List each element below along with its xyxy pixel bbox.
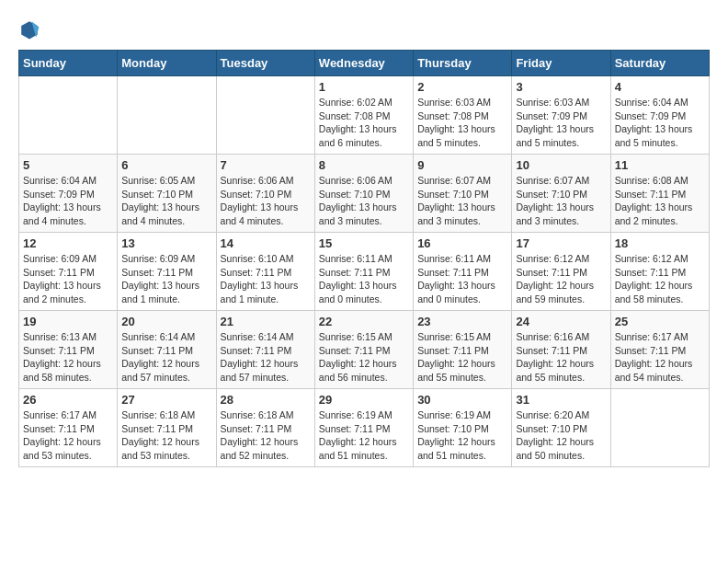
day-info: Sunrise: 6:18 AM Sunset: 7:11 PM Dayligh… — [121, 408, 211, 463]
calendar-cell: 27Sunrise: 6:18 AM Sunset: 7:11 PM Dayli… — [118, 389, 216, 467]
day-number: 9 — [417, 158, 507, 172]
day-header-saturday: Saturday — [610, 51, 709, 76]
day-info: Sunrise: 6:07 AM Sunset: 7:10 PM Dayligh… — [516, 174, 606, 228]
day-header-sunday: Sunday — [19, 51, 118, 76]
calendar-cell: 19Sunrise: 6:13 AM Sunset: 7:11 PM Dayli… — [19, 311, 118, 389]
calendar-cell — [610, 389, 709, 467]
calendar-cell: 2Sunrise: 6:03 AM Sunset: 7:08 PM Daylig… — [414, 76, 512, 155]
calendar-cell: 26Sunrise: 6:17 AM Sunset: 7:11 PM Dayli… — [19, 389, 118, 467]
day-number: 19 — [23, 315, 113, 328]
day-info: Sunrise: 6:03 AM Sunset: 7:08 PM Dayligh… — [417, 96, 507, 150]
day-number: 29 — [319, 393, 409, 407]
calendar-cell: 3Sunrise: 6:03 AM Sunset: 7:09 PM Daylig… — [512, 76, 610, 155]
calendar-cell: 22Sunrise: 6:15 AM Sunset: 7:11 PM Dayli… — [314, 311, 413, 389]
day-info: Sunrise: 6:19 AM Sunset: 7:10 PM Dayligh… — [417, 408, 507, 463]
calendar-cell: 29Sunrise: 6:19 AM Sunset: 7:11 PM Dayli… — [314, 389, 413, 467]
day-number: 13 — [121, 236, 211, 250]
day-info: Sunrise: 6:08 AM Sunset: 7:11 PM Dayligh… — [615, 174, 705, 228]
calendar-cell: 23Sunrise: 6:15 AM Sunset: 7:11 PM Dayli… — [414, 311, 512, 389]
calendar-cell — [118, 76, 216, 155]
day-info: Sunrise: 6:17 AM Sunset: 7:11 PM Dayligh… — [23, 408, 113, 463]
day-info: Sunrise: 6:09 AM Sunset: 7:11 PM Dayligh… — [23, 252, 113, 306]
week-row-0: 1Sunrise: 6:02 AM Sunset: 7:08 PM Daylig… — [19, 76, 710, 155]
calendar-cell: 6Sunrise: 6:05 AM Sunset: 7:10 PM Daylig… — [118, 155, 216, 233]
day-info: Sunrise: 6:02 AM Sunset: 7:08 PM Dayligh… — [319, 96, 409, 150]
logo — [18, 18, 44, 40]
day-number: 4 — [615, 80, 705, 94]
calendar-cell: 1Sunrise: 6:02 AM Sunset: 7:08 PM Daylig… — [314, 76, 413, 155]
day-info: Sunrise: 6:14 AM Sunset: 7:11 PM Dayligh… — [121, 330, 211, 385]
calendar-cell: 28Sunrise: 6:18 AM Sunset: 7:11 PM Dayli… — [216, 389, 314, 467]
calendar-cell: 16Sunrise: 6:11 AM Sunset: 7:11 PM Dayli… — [414, 233, 512, 311]
day-info: Sunrise: 6:20 AM Sunset: 7:10 PM Dayligh… — [516, 408, 606, 463]
calendar-cell: 18Sunrise: 6:12 AM Sunset: 7:11 PM Dayli… — [610, 233, 709, 311]
day-info: Sunrise: 6:04 AM Sunset: 7:09 PM Dayligh… — [615, 96, 705, 150]
logo-icon — [18, 18, 40, 40]
day-number: 21 — [221, 315, 311, 328]
week-row-4: 26Sunrise: 6:17 AM Sunset: 7:11 PM Dayli… — [19, 389, 710, 467]
day-number: 28 — [221, 393, 311, 407]
day-number: 14 — [221, 236, 311, 250]
day-info: Sunrise: 6:13 AM Sunset: 7:11 PM Dayligh… — [23, 330, 113, 385]
week-row-2: 12Sunrise: 6:09 AM Sunset: 7:11 PM Dayli… — [19, 233, 710, 311]
calendar-cell: 15Sunrise: 6:11 AM Sunset: 7:11 PM Dayli… — [314, 233, 413, 311]
day-info: Sunrise: 6:10 AM Sunset: 7:11 PM Dayligh… — [221, 252, 311, 306]
day-number: 11 — [615, 158, 705, 172]
calendar-cell: 5Sunrise: 6:04 AM Sunset: 7:09 PM Daylig… — [19, 155, 118, 233]
day-info: Sunrise: 6:15 AM Sunset: 7:11 PM Dayligh… — [319, 330, 409, 385]
day-headers-row: SundayMondayTuesdayWednesdayThursdayFrid… — [19, 51, 710, 76]
day-info: Sunrise: 6:06 AM Sunset: 7:10 PM Dayligh… — [319, 174, 409, 228]
calendar-cell — [19, 76, 118, 155]
calendar-cell: 14Sunrise: 6:10 AM Sunset: 7:11 PM Dayli… — [216, 233, 314, 311]
day-info: Sunrise: 6:17 AM Sunset: 7:11 PM Dayligh… — [615, 330, 705, 385]
day-number: 2 — [417, 80, 507, 94]
day-number: 17 — [516, 236, 606, 250]
day-number: 18 — [615, 236, 705, 250]
calendar-cell: 25Sunrise: 6:17 AM Sunset: 7:11 PM Dayli… — [610, 311, 709, 389]
day-number: 10 — [516, 158, 606, 172]
calendar-cell: 8Sunrise: 6:06 AM Sunset: 7:10 PM Daylig… — [314, 155, 413, 233]
day-info: Sunrise: 6:12 AM Sunset: 7:11 PM Dayligh… — [615, 252, 705, 306]
day-number: 24 — [516, 315, 606, 328]
day-number: 20 — [121, 315, 211, 328]
day-number: 8 — [319, 158, 409, 172]
day-header-thursday: Thursday — [414, 51, 512, 76]
day-info: Sunrise: 6:09 AM Sunset: 7:11 PM Dayligh… — [121, 252, 211, 306]
day-info: Sunrise: 6:04 AM Sunset: 7:09 PM Dayligh… — [23, 174, 113, 228]
day-header-friday: Friday — [512, 51, 610, 76]
day-number: 3 — [516, 80, 606, 94]
day-info: Sunrise: 6:05 AM Sunset: 7:10 PM Dayligh… — [121, 174, 211, 228]
calendar-table: SundayMondayTuesdayWednesdayThursdayFrid… — [18, 50, 710, 467]
day-info: Sunrise: 6:16 AM Sunset: 7:11 PM Dayligh… — [516, 330, 606, 385]
header — [18, 18, 710, 40]
day-header-monday: Monday — [118, 51, 216, 76]
day-number: 5 — [23, 158, 113, 172]
calendar-cell: 20Sunrise: 6:14 AM Sunset: 7:11 PM Dayli… — [118, 311, 216, 389]
calendar-cell: 21Sunrise: 6:14 AM Sunset: 7:11 PM Dayli… — [216, 311, 314, 389]
calendar-cell: 10Sunrise: 6:07 AM Sunset: 7:10 PM Dayli… — [512, 155, 610, 233]
day-number: 27 — [121, 393, 211, 407]
calendar-cell: 12Sunrise: 6:09 AM Sunset: 7:11 PM Dayli… — [19, 233, 118, 311]
day-info: Sunrise: 6:18 AM Sunset: 7:11 PM Dayligh… — [221, 408, 311, 463]
day-number: 15 — [319, 236, 409, 250]
calendar-cell: 17Sunrise: 6:12 AM Sunset: 7:11 PM Dayli… — [512, 233, 610, 311]
day-header-wednesday: Wednesday — [314, 51, 413, 76]
day-info: Sunrise: 6:14 AM Sunset: 7:11 PM Dayligh… — [221, 330, 311, 385]
day-info: Sunrise: 6:03 AM Sunset: 7:09 PM Dayligh… — [516, 96, 606, 150]
day-number: 31 — [516, 393, 606, 407]
day-info: Sunrise: 6:07 AM Sunset: 7:10 PM Dayligh… — [417, 174, 507, 228]
day-number: 7 — [221, 158, 311, 172]
day-info: Sunrise: 6:06 AM Sunset: 7:10 PM Dayligh… — [221, 174, 311, 228]
day-number: 30 — [417, 393, 507, 407]
week-row-3: 19Sunrise: 6:13 AM Sunset: 7:11 PM Dayli… — [19, 311, 710, 389]
day-number: 1 — [319, 80, 409, 94]
day-number: 26 — [23, 393, 113, 407]
week-row-1: 5Sunrise: 6:04 AM Sunset: 7:09 PM Daylig… — [19, 155, 710, 233]
day-number: 12 — [23, 236, 113, 250]
day-number: 25 — [615, 315, 705, 328]
day-number: 6 — [121, 158, 211, 172]
calendar-cell: 30Sunrise: 6:19 AM Sunset: 7:10 PM Dayli… — [414, 389, 512, 467]
day-number: 16 — [417, 236, 507, 250]
calendar-cell: 7Sunrise: 6:06 AM Sunset: 7:10 PM Daylig… — [216, 155, 314, 233]
day-info: Sunrise: 6:15 AM Sunset: 7:11 PM Dayligh… — [417, 330, 507, 385]
